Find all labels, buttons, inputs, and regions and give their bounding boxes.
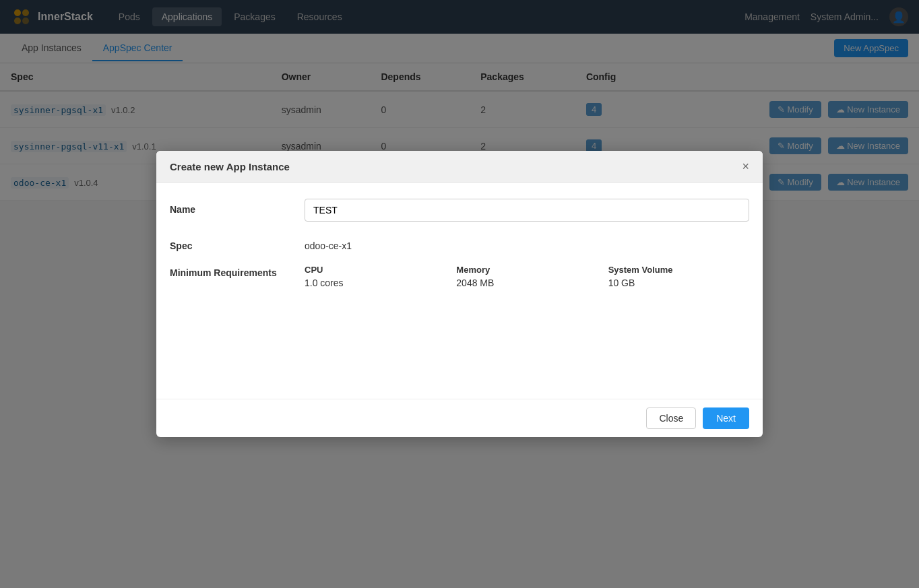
modal-close-button[interactable]: × xyxy=(742,160,749,172)
modal-body: Name Spec odoo-ce-x1 Minimum Requirement… xyxy=(156,183,763,201)
modal-overlay: Create new App Instance × Name Spec odoo… xyxy=(0,0,919,201)
modal-header: Create new App Instance × xyxy=(156,151,763,183)
name-label: Name xyxy=(170,199,305,201)
name-input[interactable] xyxy=(305,199,749,201)
name-row: Name xyxy=(170,199,749,201)
modal-title: Create new App Instance xyxy=(170,161,290,172)
create-instance-modal: Create new App Instance × Name Spec odoo… xyxy=(156,151,763,201)
